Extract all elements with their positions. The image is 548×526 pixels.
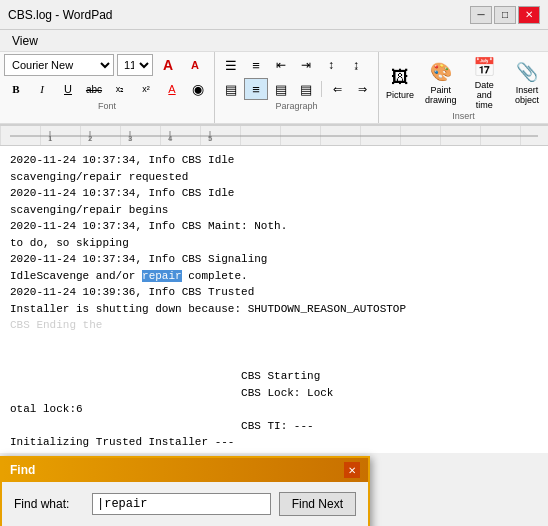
content-line-2: scavenging/repair requested [10, 169, 538, 186]
content-line-4: scavenging/repair begins [10, 202, 538, 219]
content-line-7: 2020-11-24 10:37:34, Info CBS Signaling [10, 251, 538, 268]
grow-font-button[interactable]: A [156, 54, 180, 76]
paint-icon: 🎨 [426, 59, 456, 85]
strikethrough-button[interactable]: abc [82, 78, 106, 100]
bottom-line-3: otal lock:6 [10, 401, 538, 418]
find-dialog-close-button[interactable]: ✕ [344, 462, 360, 478]
numbering-button[interactable]: ≡ [244, 54, 268, 76]
highlighted-text: repair [142, 270, 182, 282]
title-bar: CBS.log - WordPad ─ □ ✕ [0, 0, 548, 30]
underline-button[interactable]: U [56, 78, 80, 100]
ltr-button[interactable]: ⇒ [350, 78, 374, 100]
font-name-selector[interactable]: Courier New [4, 54, 114, 76]
content-line-5: 2020-11-24 10:37:34, Info CBS Maint: Not… [10, 218, 538, 235]
align-right-button[interactable]: ▤ [269, 78, 293, 100]
bottom-line-1: CBS Starting [10, 368, 538, 385]
minimize-button[interactable]: ─ [470, 6, 492, 24]
content-line-3: 2020-11-24 10:37:34, Info CBS Idle [10, 185, 538, 202]
svg-text:3: 3 [128, 134, 133, 143]
insert-paint-label: Paintdrawing [425, 85, 457, 105]
bullets-button[interactable]: ☰ [219, 54, 243, 76]
svg-text:2: 2 [88, 134, 93, 143]
svg-text:4: 4 [168, 134, 173, 143]
svg-text:1: 1 [48, 134, 53, 143]
menu-view[interactable]: View [4, 32, 46, 50]
decrease-indent-button[interactable]: ⇤ [269, 54, 293, 76]
line-spacing-button[interactable]: ↕ [319, 54, 343, 76]
content-line-8: IdleScavenge and/or repair complete. [10, 268, 538, 285]
italic-button[interactable]: I [30, 78, 54, 100]
insert-section-label: Insert [385, 111, 542, 121]
bottom-content: CBS Starting CBS Lock: Lock otal lock:6 … [0, 366, 548, 453]
highlight-button[interactable]: ◉ [186, 78, 210, 100]
menu-bar: View [0, 30, 548, 52]
insert-picture-button[interactable]: 🖼 Picture [385, 64, 415, 100]
insert-date-button[interactable]: 📅 Date andtime [467, 54, 502, 110]
maximize-button[interactable]: □ [494, 6, 516, 24]
content-line-10: Installer is shutting down because: SHUT… [10, 301, 538, 318]
picture-icon: 🖼 [385, 64, 415, 90]
find-dialog-body: Find what: Find Next Match whole word on… [2, 482, 368, 526]
find-what-label: Find what: [14, 497, 84, 511]
content-line-9: 2020-11-24 10:39:36, Info CBS Trusted [10, 284, 538, 301]
find-dialog-title-text: Find [10, 463, 35, 477]
bottom-line-2: CBS Lock: Lock [10, 385, 538, 402]
toolbars: Courier New 11 A A B I U abc x₂ x² A ◉ F… [0, 52, 548, 126]
insert-date-label: Date andtime [467, 80, 502, 110]
font-size-selector[interactable]: 11 [117, 54, 153, 76]
increase-indent-button[interactable]: ⇥ [294, 54, 318, 76]
bottom-line-4: CBS TI: --- [10, 418, 538, 435]
bottom-line-5: Initializing Trusted Installer --- [10, 434, 538, 451]
rtl-button[interactable]: ⇐ [325, 78, 349, 100]
subscript-button[interactable]: x₂ [108, 78, 132, 100]
bold-button[interactable]: B [4, 78, 28, 100]
insert-paint-button[interactable]: 🎨 Paintdrawing [425, 59, 457, 105]
window-controls: ─ □ ✕ [470, 6, 540, 24]
shrink-font-button[interactable]: A [183, 54, 207, 76]
insert-picture-label: Picture [386, 90, 414, 100]
superscript-button[interactable]: x² [134, 78, 158, 100]
find-dialog: Find ✕ Find what: Find Next Match whole … [0, 456, 370, 526]
date-icon: 📅 [469, 54, 499, 80]
find-dialog-title-bar: Find ✕ [2, 458, 368, 482]
text-color-button[interactable]: A [160, 78, 184, 100]
ruler: 1 2 3 4 5 [0, 126, 548, 146]
content-line-6: to do, so skipping [10, 235, 538, 252]
find-what-input[interactable] [92, 493, 271, 515]
paragraph-spacing-button[interactable]: ↨ [344, 54, 368, 76]
paragraph-section-label: Paragraph [219, 101, 374, 111]
insert-object-label: Insertobject [515, 85, 539, 105]
justify-button[interactable]: ▤ [294, 78, 318, 100]
insert-object-icon: 📎 [512, 59, 542, 85]
align-left-button[interactable]: ▤ [219, 78, 243, 100]
font-section-label: Font [4, 101, 210, 111]
find-what-row: Find what: Find Next [14, 492, 356, 516]
ruler-svg: 1 2 3 4 5 [10, 129, 538, 143]
content-line-11: CBS Ending the [10, 317, 538, 334]
document-area: 2020-11-24 10:37:34, Info CBS Idle scave… [0, 146, 548, 366]
content-line-1: 2020-11-24 10:37:34, Info CBS Idle [10, 152, 538, 169]
window-title: CBS.log - WordPad [8, 8, 470, 22]
close-button[interactable]: ✕ [518, 6, 540, 24]
document-content[interactable]: 2020-11-24 10:37:34, Info CBS Idle scave… [0, 146, 548, 366]
align-center-button[interactable]: ≡ [244, 78, 268, 100]
insert-object-button[interactable]: 📎 Insertobject [512, 59, 542, 105]
find-next-button[interactable]: Find Next [279, 492, 356, 516]
svg-text:5: 5 [208, 134, 213, 143]
